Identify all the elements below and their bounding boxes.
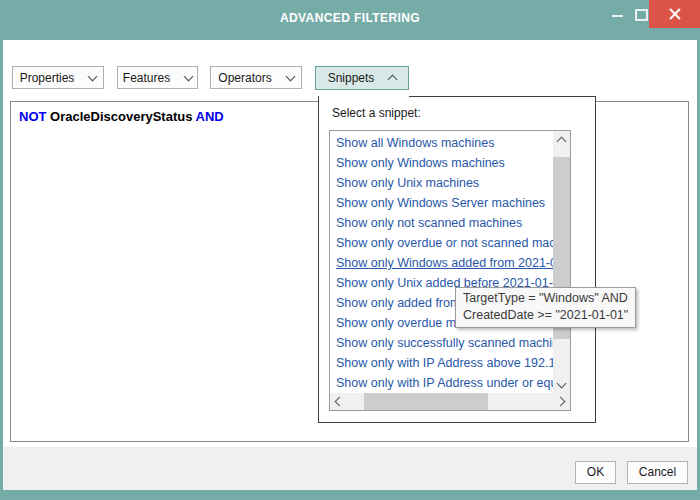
scroll-right-button[interactable] (553, 393, 570, 410)
snippets-dropdown-label: Snippets (328, 71, 375, 85)
features-dropdown-label: Features (123, 71, 170, 85)
snippet-item[interactable]: Show only successfully scanned machines (330, 333, 553, 353)
chevron-up-icon (388, 75, 398, 85)
snippet-item[interactable]: Show only Windows machines (330, 153, 553, 173)
close-button[interactable] (649, 0, 700, 28)
minimize-icon (612, 15, 623, 17)
advanced-filtering-dialog: ADVANCED FILTERING Properties Features O… (0, 0, 700, 500)
snippet-item[interactable]: Show only Windows Server machines (330, 193, 553, 213)
features-dropdown-button[interactable]: Features (117, 66, 198, 89)
properties-dropdown-button[interactable]: Properties (12, 66, 104, 89)
tooltip-line: TargetType = "Windows" AND (463, 290, 628, 307)
expression-keyword: NOT (19, 109, 46, 124)
chevron-right-icon (556, 397, 566, 407)
properties-dropdown-label: Properties (20, 71, 75, 85)
scroll-left-button[interactable] (330, 393, 347, 410)
maximize-icon (635, 9, 648, 21)
operators-dropdown-button[interactable]: Operators (210, 66, 302, 89)
expression-field: OracleDiscoveryStatus (50, 109, 192, 124)
chevron-down-icon (285, 71, 295, 81)
window-border-left (0, 40, 3, 490)
snippet-item[interactable]: Show only with IP Address above 192.168.… (330, 353, 553, 373)
snippet-listbox: Show all Windows machines Show only Wind… (329, 130, 571, 411)
chevron-left-icon (335, 397, 345, 407)
chevron-down-icon (88, 71, 98, 81)
snippet-panel-label: Select a snippet: (332, 106, 421, 120)
operators-dropdown-label: Operators (218, 71, 271, 85)
snippet-list: Show all Windows machines Show only Wind… (330, 133, 553, 391)
snippet-item[interactable]: Show only Unix machines (330, 173, 553, 193)
horizontal-scrollbar[interactable] (330, 393, 570, 410)
title-bar: ADVANCED FILTERING (0, 0, 700, 40)
snippets-dropdown-button[interactable]: Snippets (315, 66, 409, 90)
chevron-down-icon (557, 379, 567, 389)
ok-button[interactable]: OK (575, 461, 616, 484)
snippet-tooltip: TargetType = "Windows" AND CreatedDate >… (455, 287, 636, 328)
snippet-item[interactable]: Show all Windows machines (330, 133, 553, 153)
expression-keyword: AND (196, 109, 224, 124)
snippets-panel: Select a snippet: Show all Windows machi… (318, 96, 596, 423)
minimize-button[interactable] (605, 0, 629, 34)
snippet-item[interactable]: Show only with IP Address under or equal… (330, 373, 553, 391)
scroll-down-button[interactable] (553, 376, 570, 393)
chevron-up-icon (557, 137, 567, 147)
close-icon (669, 8, 680, 19)
scroll-up-button[interactable] (553, 131, 570, 148)
tooltip-line: CreatedDate >= "2021-01-01" (463, 307, 628, 324)
cancel-button[interactable]: Cancel (627, 461, 688, 484)
snippet-item-hovered[interactable]: Show only Windows added from 2021-01-01 (330, 253, 553, 273)
window-border-bottom (0, 490, 700, 500)
chevron-down-icon (184, 71, 194, 81)
snippet-item[interactable]: Show only overdue or not scanned machine… (330, 233, 553, 253)
snippet-item[interactable]: Show only not scanned machines (330, 213, 553, 233)
horizontal-scrollbar-thumb[interactable] (364, 393, 488, 410)
dialog-footer: OK Cancel (3, 447, 697, 490)
window-title: ADVANCED FILTERING (0, 0, 700, 36)
vertical-scrollbar[interactable] (553, 131, 570, 393)
panel-notch (319, 96, 409, 97)
